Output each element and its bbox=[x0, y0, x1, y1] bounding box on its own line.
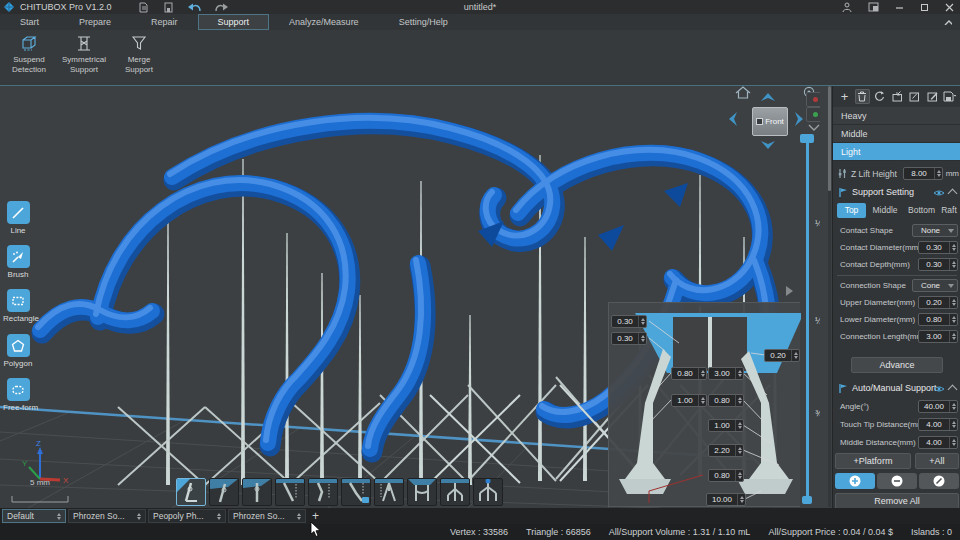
spinner-arrows[interactable] bbox=[735, 395, 743, 406]
sort-icon[interactable] bbox=[297, 513, 301, 520]
support-preset-thumbnail[interactable] bbox=[407, 478, 437, 506]
spinner-arrows[interactable] bbox=[638, 333, 646, 344]
strip-collapse-chevron[interactable] bbox=[808, 124, 820, 131]
add-platform-button[interactable]: +Platform bbox=[835, 453, 911, 469]
redo-icon[interactable] bbox=[215, 3, 228, 12]
save-project-icon[interactable] bbox=[163, 2, 174, 13]
inset-spinner[interactable]: 2.20 bbox=[708, 444, 744, 457]
inset-spinner[interactable]: 0.80 bbox=[671, 367, 707, 380]
spinner-arrows[interactable] bbox=[698, 368, 706, 379]
tool-rectangle[interactable]: Rectangle bbox=[3, 289, 33, 323]
contact-shape-dropdown[interactable]: None bbox=[912, 224, 958, 237]
spinner-arrows[interactable] bbox=[949, 297, 957, 308]
support-preset-thumbnail[interactable] bbox=[473, 478, 503, 506]
support-preset-thumbnail[interactable] bbox=[341, 478, 371, 506]
preset-middle[interactable]: Middle bbox=[833, 125, 960, 143]
spinner-arrows[interactable] bbox=[791, 350, 799, 361]
inset-spinner[interactable]: 1.00 bbox=[708, 419, 744, 432]
spinner-arrows[interactable] bbox=[949, 419, 957, 430]
inset-spinner[interactable]: 0.20 bbox=[764, 349, 800, 362]
tab-repair[interactable]: Repair bbox=[131, 14, 198, 30]
sort-icon[interactable] bbox=[137, 513, 141, 520]
tab-bottom[interactable]: Bottom bbox=[904, 203, 939, 218]
delete-support-group-icon[interactable] bbox=[855, 89, 870, 104]
sort-icon[interactable] bbox=[57, 513, 61, 520]
inset-spinner[interactable]: 0.30 bbox=[611, 332, 647, 345]
upper-diameter-spinner[interactable]: 0.20 bbox=[918, 296, 958, 309]
sort-icon[interactable] bbox=[217, 513, 221, 520]
spinner-arrows[interactable] bbox=[735, 420, 743, 431]
machine-tab-phrozen-1[interactable]: Phrozen So... bbox=[68, 509, 146, 523]
spinner-arrows[interactable] bbox=[735, 445, 743, 456]
support-preset-thumbnail[interactable] bbox=[440, 478, 470, 506]
tool-line[interactable]: Line bbox=[3, 201, 33, 235]
axis-x-button[interactable] bbox=[806, 92, 820, 107]
inset-spinner[interactable]: 0.30 bbox=[611, 315, 647, 328]
touch-tip-distance-spinner[interactable]: 4.00 bbox=[918, 418, 958, 431]
spinner-arrows[interactable] bbox=[735, 368, 743, 379]
rotate-down-arrow[interactable] bbox=[760, 140, 776, 150]
machine-tab-phrozen-2[interactable]: Phrozen So... bbox=[228, 509, 306, 523]
support-preset-thumbnail[interactable] bbox=[242, 478, 272, 506]
inset-spinner[interactable]: 0.80 bbox=[708, 469, 744, 482]
spinner-arrows[interactable] bbox=[949, 314, 957, 325]
tab-middle[interactable]: Middle bbox=[868, 203, 902, 218]
new-project-icon[interactable] bbox=[138, 2, 149, 13]
tab-top[interactable]: Top bbox=[837, 203, 866, 218]
tool-brush[interactable]: Brush bbox=[3, 245, 33, 279]
spinner-arrows[interactable] bbox=[735, 470, 743, 481]
3d-viewport[interactable]: Line Brush Rectangle Polygon Free-form F… bbox=[0, 85, 820, 508]
tab-support[interactable]: Support bbox=[198, 14, 270, 30]
add-support-group-icon[interactable]: + bbox=[837, 89, 852, 104]
clip-slider-handle[interactable] bbox=[800, 134, 814, 143]
ribbon-collapse-button[interactable] bbox=[944, 20, 952, 25]
tab-setting-help[interactable]: Setting/Help bbox=[379, 14, 468, 30]
support-preset-thumbnail[interactable] bbox=[308, 478, 338, 506]
spinner-arrows[interactable] bbox=[949, 259, 957, 270]
user-account-icon[interactable] bbox=[842, 2, 852, 12]
support-preset-thumbnail[interactable] bbox=[176, 478, 206, 506]
view-cube[interactable]: Front bbox=[752, 107, 788, 136]
home-view-icon[interactable] bbox=[735, 86, 751, 100]
undo-icon[interactable] bbox=[188, 3, 201, 12]
remove-all-button[interactable]: Remove All bbox=[835, 493, 959, 509]
inset-spinner[interactable]: 1.00 bbox=[671, 394, 707, 407]
z-lift-spinner[interactable]: 8.00 bbox=[903, 167, 943, 180]
clip-slider-track[interactable] bbox=[806, 143, 809, 496]
import-supports-icon[interactable] bbox=[890, 89, 905, 104]
connection-length-spinner[interactable]: 3.00 bbox=[918, 330, 958, 343]
remove-support-mode-button[interactable] bbox=[877, 473, 917, 489]
suspend-detection-button[interactable]: SuspendDetection bbox=[3, 30, 55, 85]
tool-free-form[interactable]: Free-form bbox=[3, 378, 33, 412]
tab-prepare[interactable]: Prepare bbox=[59, 14, 131, 30]
machine-tab-default[interactable]: Default bbox=[2, 509, 66, 523]
inset-spinner[interactable]: 10.00 bbox=[706, 493, 746, 506]
minimize-button[interactable] bbox=[895, 3, 904, 12]
angle-spinner[interactable]: 40.00 bbox=[918, 400, 958, 413]
rotate-up-arrow[interactable] bbox=[760, 92, 776, 102]
auto-manual-support-header[interactable]: Auto/Manual Support bbox=[833, 381, 960, 396]
middle-distance-spinner[interactable]: 4.00 bbox=[918, 436, 958, 449]
close-button[interactable] bbox=[945, 3, 954, 12]
visibility-eye-icon[interactable] bbox=[933, 385, 945, 393]
screenshot-icon[interactable] bbox=[868, 2, 879, 12]
symmetrical-support-button[interactable]: SymmetricalSupport bbox=[58, 30, 110, 85]
spinner-arrows[interactable] bbox=[949, 401, 957, 412]
spinner-arrows[interactable] bbox=[949, 242, 957, 253]
axis-y-button[interactable] bbox=[806, 107, 820, 122]
refresh-supports-icon[interactable] bbox=[872, 89, 887, 104]
panel-scrollbar-thumb[interactable] bbox=[828, 86, 831, 191]
support-preset-thumbnail[interactable] bbox=[209, 478, 239, 506]
support-preset-thumbnail[interactable] bbox=[275, 478, 305, 506]
tab-raft[interactable]: Raft bbox=[939, 203, 959, 218]
tab-start[interactable]: Start bbox=[0, 14, 59, 30]
export-supports-icon[interactable] bbox=[907, 89, 922, 104]
connection-shape-dropdown[interactable]: Cone bbox=[912, 279, 958, 292]
add-all-button[interactable]: +All bbox=[915, 453, 959, 469]
clip-slider-handle-bottom[interactable] bbox=[802, 496, 812, 504]
spinner-arrows[interactable] bbox=[934, 168, 942, 179]
spinner-arrows[interactable] bbox=[737, 494, 745, 505]
spinner-arrows[interactable] bbox=[949, 331, 957, 342]
visibility-eye-icon[interactable] bbox=[933, 189, 945, 197]
contact-diameter-spinner[interactable]: 0.30 bbox=[918, 241, 958, 254]
